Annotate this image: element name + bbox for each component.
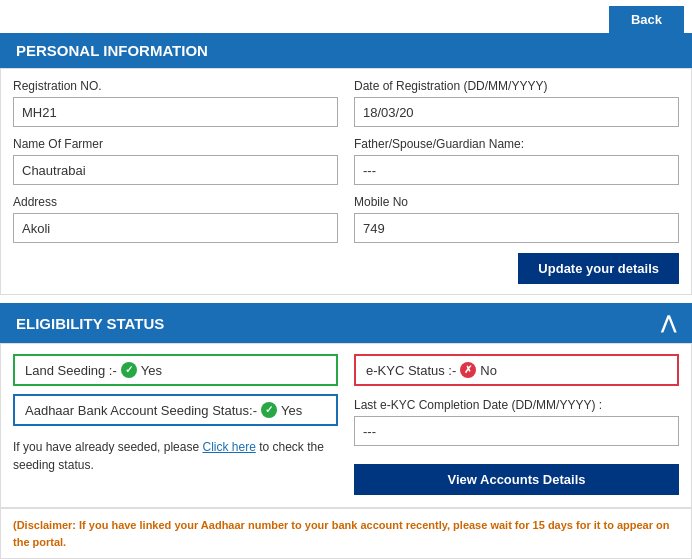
reg-no-group: Registration NO. xyxy=(13,79,338,127)
address-label: Address xyxy=(13,195,338,209)
page-wrapper: Back PERSONAL INFORMATION Registration N… xyxy=(0,0,692,559)
dor-group: Date of Registration (DD/MM/YYYY) xyxy=(354,79,679,127)
click-here-link[interactable]: Click here xyxy=(202,440,255,454)
address-input[interactable] xyxy=(13,213,338,243)
last-ekyc-group: Last e-KYC Completion Date (DD/MM/YYYY) … xyxy=(354,394,679,446)
land-seeding-label: Land Seeding :- xyxy=(25,363,117,378)
father-label: Father/Spouse/Guardian Name: xyxy=(354,137,679,151)
form-row-1: Registration NO. Date of Registration (D… xyxy=(13,79,679,127)
eligibility-section-wrapper: ELIGIBILITY STATUS ⋀ Land Seeding :- ✓ Y… xyxy=(0,303,692,508)
farmer-name-input[interactable] xyxy=(13,155,338,185)
mobile-input[interactable] xyxy=(354,213,679,243)
ekyc-label: e-KYC Status :- xyxy=(366,363,456,378)
aadhaar-seeding-status: Yes xyxy=(281,403,302,418)
father-input[interactable] xyxy=(354,155,679,185)
dor-label: Date of Registration (DD/MM/YYYY) xyxy=(354,79,679,93)
eligibility-grid: Land Seeding :- ✓ Yes Aadhaar Bank Accou… xyxy=(13,354,679,495)
back-btn-container: Back xyxy=(0,0,692,33)
disclaimer-text: (Disclaimer: If you have linked your Aad… xyxy=(0,508,692,559)
mobile-group: Mobile No xyxy=(354,195,679,243)
ekyc-cross-icon: ✗ xyxy=(460,362,476,378)
eligibility-left: Land Seeding :- ✓ Yes Aadhaar Bank Accou… xyxy=(13,354,338,495)
last-ekyc-label: Last e-KYC Completion Date (DD/MM/YYYY) … xyxy=(354,398,679,412)
personal-info-header: PERSONAL INFORMATION xyxy=(0,33,692,68)
personal-info-body: Registration NO. Date of Registration (D… xyxy=(0,68,692,295)
land-seeding-box: Land Seeding :- ✓ Yes xyxy=(13,354,338,386)
eligibility-header: ELIGIBILITY STATUS ⋀ xyxy=(0,303,692,343)
form-row-3: Address Mobile No xyxy=(13,195,679,243)
seeding-note-part1: If you have already seeded, please xyxy=(13,440,202,454)
view-accounts-button[interactable]: View Accounts Details xyxy=(354,464,679,495)
address-group: Address xyxy=(13,195,338,243)
aadhaar-check-icon: ✓ xyxy=(261,402,277,418)
personal-info-title: PERSONAL INFORMATION xyxy=(16,42,208,59)
update-details-button[interactable]: Update your details xyxy=(518,253,679,284)
update-btn-row: Update your details xyxy=(13,253,679,284)
reg-no-input[interactable] xyxy=(13,97,338,127)
chevron-up-icon: ⋀ xyxy=(661,312,676,334)
land-seeding-check-icon: ✓ xyxy=(121,362,137,378)
eligibility-body: Land Seeding :- ✓ Yes Aadhaar Bank Accou… xyxy=(0,343,692,508)
ekyc-status-box: e-KYC Status :- ✗ No xyxy=(354,354,679,386)
father-group: Father/Spouse/Guardian Name: xyxy=(354,137,679,185)
back-button[interactable]: Back xyxy=(609,6,684,33)
ekyc-status: No xyxy=(480,363,497,378)
aadhaar-seeding-label: Aadhaar Bank Account Seeding Status:- xyxy=(25,403,257,418)
last-ekyc-input[interactable] xyxy=(354,416,679,446)
eligibility-right: e-KYC Status :- ✗ No Last e-KYC Completi… xyxy=(354,354,679,495)
disclaimer-content: (Disclaimer: If you have linked your Aad… xyxy=(13,519,670,548)
farmer-name-label: Name Of Farmer xyxy=(13,137,338,151)
mobile-label: Mobile No xyxy=(354,195,679,209)
dor-input[interactable] xyxy=(354,97,679,127)
personal-info-section-wrapper: PERSONAL INFORMATION Registration NO. Da… xyxy=(0,33,692,295)
form-row-2: Name Of Farmer Father/Spouse/Guardian Na… xyxy=(13,137,679,185)
reg-no-label: Registration NO. xyxy=(13,79,338,93)
aadhaar-seeding-box: Aadhaar Bank Account Seeding Status:- ✓ … xyxy=(13,394,338,426)
land-seeding-status: Yes xyxy=(141,363,162,378)
farmer-name-group: Name Of Farmer xyxy=(13,137,338,185)
seeding-note: If you have already seeded, please Click… xyxy=(13,438,338,474)
eligibility-title: ELIGIBILITY STATUS xyxy=(16,315,164,332)
